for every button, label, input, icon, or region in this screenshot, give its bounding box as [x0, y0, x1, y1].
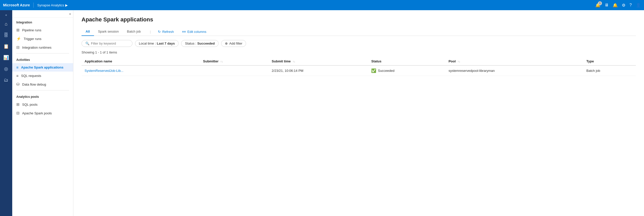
account-icon[interactable]: 👤 — [636, 3, 641, 8]
rail-home-icon[interactable]: ⌂ — [1, 19, 11, 29]
sidebar-item-pipeline-runs[interactable]: ⊞ Pipeline runs — [12, 26, 73, 34]
help-icon[interactable]: ? — [629, 3, 632, 7]
time-filter-chip[interactable]: Local time : Last 7 days — [135, 40, 179, 47]
refresh-icon: ↻ — [158, 30, 161, 34]
edit-columns-button[interactable]: ≡≡ Edit columns — [180, 29, 208, 35]
sidebar-divider-1 — [16, 53, 69, 53]
service-label[interactable]: Synapse Analytics ▶ — [37, 3, 68, 7]
search-filter[interactable]: 🔍 — [82, 40, 132, 47]
sidebar-item-sql-pools[interactable]: ⊞ SQL pools — [12, 100, 73, 109]
refresh-button[interactable]: ↻ Refresh — [156, 29, 176, 35]
rail-collapse-btn[interactable]: « — [4, 12, 8, 18]
rail-briefcase-icon[interactable]: 🗂 — [1, 75, 11, 85]
cell-submitter — [200, 65, 269, 76]
sidebar-item-apache-spark-pools[interactable]: ⊟ Apache Spark pools — [12, 109, 73, 117]
cell-type: Batch job — [583, 65, 636, 76]
sidebar-item-apache-spark-applications[interactable]: ≡ Apache Spark applications — [12, 63, 73, 72]
add-filter-icon: ⊕ — [225, 42, 228, 45]
col-application-name: Application name — [82, 57, 200, 65]
add-filter-button[interactable]: ⊕ Add filter — [221, 40, 246, 47]
rail-target-icon[interactable]: ◎ — [1, 64, 11, 74]
apache-spark-pools-icon: ⊟ — [16, 111, 20, 115]
integration-runtimes-icon: ⊟ — [16, 45, 20, 50]
cell-pool: systemreservedpool-libraryman — [446, 65, 583, 76]
sql-pools-icon: ⊞ — [16, 102, 20, 107]
search-input[interactable] — [91, 42, 129, 45]
tab-actions-divider: | — [150, 30, 151, 34]
time-filter-key: Local time : — [139, 42, 156, 45]
search-icon: 🔍 — [85, 42, 89, 45]
brand-label: Microsoft Azure — [3, 3, 30, 7]
top-nav-icons: 🔔 1 🖥 🔔 ⚙ ? 👤 — [595, 3, 641, 8]
status-filter-value: Succeeded — [197, 42, 215, 45]
sidebar-section-integration: Integration — [12, 18, 73, 26]
col-status: Status — [368, 57, 445, 65]
tab-spark-session[interactable]: Spark session — [94, 28, 123, 36]
top-navigation: Microsoft Azure Synapse Analytics ▶ 🔔 1 … — [0, 0, 644, 10]
submit-time-sort-icon: ↑↓ — [293, 60, 295, 63]
settings-icon[interactable]: ⚙ — [622, 3, 625, 8]
sidebar-divider-2 — [16, 90, 69, 90]
submitter-sort-icon: ↑↓ — [220, 60, 223, 63]
sidebar-item-integration-runtimes[interactable]: ⊟ Integration runtimes — [12, 43, 73, 52]
status-success-icon: ✅ — [371, 68, 376, 73]
nav-divider — [33, 3, 34, 8]
result-count: Showing 1 - 1 of 1 items — [82, 50, 636, 54]
tab-batch-job[interactable]: Batch job — [123, 28, 145, 36]
status-filter-chip[interactable]: Status : Succeeded — [181, 40, 219, 47]
pipeline-runs-icon: ⊞ — [16, 28, 20, 32]
sidebar-item-trigger-runs[interactable]: ⚡ Trigger runs — [12, 34, 73, 43]
col-pool[interactable]: Pool ↑↓ — [446, 57, 583, 65]
page-title: Apache Spark applications — [82, 16, 636, 23]
table-row: SystemReservedJob-Lib... 2/23/21, 10:06:… — [82, 65, 636, 76]
application-name-link[interactable]: SystemReservedJob-Lib... — [85, 69, 123, 73]
time-filter-value: Last 7 days — [157, 42, 175, 45]
sidebar-item-label: Pipeline runs — [22, 28, 41, 32]
table-header-row: Application name Submitter ↑↓ Submit tim… — [82, 57, 636, 65]
status-filter-key: Status : — [185, 42, 196, 45]
notification-icon[interactable]: 🔔 1 — [595, 3, 600, 8]
sidebar-section-analytics-pools: Analytics pools — [12, 92, 73, 100]
cloud-icon[interactable]: 🖥 — [605, 3, 609, 7]
bell-icon[interactable]: 🔔 — [613, 3, 618, 8]
edit-columns-icon: ≡≡ — [182, 30, 186, 34]
sidebar-section-activities: Activities — [12, 55, 73, 63]
pool-sort-icon: ↑↓ — [458, 60, 460, 63]
data-flow-debug-icon: ⛁ — [16, 82, 20, 87]
rail-document-icon[interactable]: 📋 — [1, 41, 11, 51]
service-name: Synapse Analytics — [37, 3, 64, 7]
apache-spark-applications-icon: ≡ — [16, 65, 19, 70]
status-label: Succeeded — [378, 69, 394, 73]
sidebar-item-sql-requests[interactable]: ≡ SQL requests — [12, 72, 73, 80]
sidebar-item-label: SQL pools — [22, 103, 37, 106]
sidebar: « Integration ⊞ Pipeline runs ⚡ Trigger … — [12, 10, 73, 216]
notification-badge: 1 — [598, 1, 602, 5]
cell-submit-time: 2/23/21, 10:06:14 PM — [269, 65, 368, 76]
rail-monitor-icon[interactable]: 📊 — [1, 52, 11, 63]
sidebar-collapse-btn[interactable]: « — [69, 12, 71, 16]
tab-all[interactable]: All — [82, 28, 94, 36]
sidebar-item-label: Trigger runs — [24, 37, 42, 41]
icon-rail: « ⌂ 🗄 📋 📊 ◎ 🗂 — [0, 10, 12, 216]
sidebar-item-label: Apache Spark pools — [22, 111, 52, 115]
edit-columns-label: Edit columns — [187, 30, 206, 34]
tab-bar: All Spark session Batch job | ↻ Refresh … — [82, 28, 636, 36]
tab-actions: | ↻ Refresh ≡≡ Edit columns — [149, 29, 208, 35]
sidebar-item-label: Apache Spark applications — [21, 65, 63, 69]
applications-table: Application name Submitter ↑↓ Submit tim… — [82, 57, 636, 76]
col-submitter[interactable]: Submitter ↑↓ — [200, 57, 269, 65]
col-type: Type — [583, 57, 636, 65]
trigger-runs-icon: ⚡ — [16, 36, 21, 41]
main-content: Apache Spark applications All Spark sess… — [73, 10, 644, 216]
sidebar-item-label: Integration runtimes — [22, 46, 51, 49]
service-chevron: ▶ — [65, 3, 68, 7]
sql-requests-icon: ≡ — [16, 74, 19, 78]
rail-database-icon[interactable]: 🗄 — [1, 30, 11, 40]
col-submit-time[interactable]: Submit time ↑↓ — [269, 57, 368, 65]
sidebar-item-data-flow-debug[interactable]: ⛁ Data flow debug — [12, 80, 73, 89]
cell-status: ✅ Succeeded — [368, 65, 445, 76]
main-layout: « ⌂ 🗄 📋 📊 ◎ 🗂 « Integration ⊞ Pipeline r… — [0, 10, 644, 216]
cell-application-name[interactable]: SystemReservedJob-Lib... — [82, 65, 200, 76]
filter-bar: 🔍 Local time : Last 7 days Status : Succ… — [82, 40, 636, 47]
add-filter-label: Add filter — [229, 42, 242, 45]
